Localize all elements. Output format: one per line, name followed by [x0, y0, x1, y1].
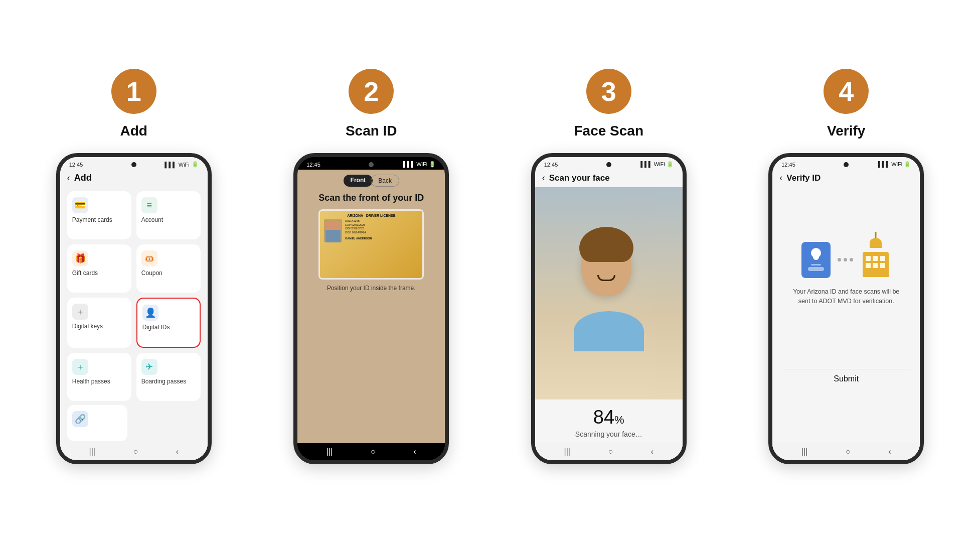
scan-frame: ARIZONA DRIVER LICENSE D02141248 EXP 02/… — [318, 209, 424, 280]
step-4-badge: 4 — [824, 69, 869, 114]
verify-building-icon — [860, 243, 891, 277]
add-item-link[interactable]: 🔗 — [67, 405, 127, 441]
id-state: ARIZONA DRIVER LICENSE — [324, 214, 418, 217]
back-arrow-4[interactable]: ‹ — [779, 173, 782, 183]
bottom-btn-home-1[interactable]: ○ — [133, 447, 138, 456]
account-label: Account — [141, 216, 163, 223]
face-photo-area — [535, 187, 683, 399]
window-4 — [866, 263, 871, 268]
status-time-1: 12:45 — [69, 162, 83, 168]
step-2-label: Scan ID — [346, 123, 397, 139]
window-5 — [873, 263, 878, 268]
id-svg — [808, 251, 824, 269]
payment-cards-label: Payment cards — [72, 216, 112, 223]
health-passes-icon: ＋ — [72, 359, 88, 375]
id-issue: ISS 02/01/2023 — [345, 227, 372, 231]
verify-icons-row — [801, 242, 891, 278]
screen-verify: 12:45 ▌▌▌ WiFi 🔋 ‹ Verify ID — [772, 157, 920, 460]
add-item-payment-cards[interactable]: 💳 Payment cards — [67, 191, 131, 239]
scan-hint: Position your ID inside the frame. — [327, 285, 416, 292]
step-1-label: Add — [120, 123, 147, 139]
building-body — [863, 252, 889, 277]
face-person — [535, 187, 683, 399]
bottom-btn-menu-2[interactable]: ||| — [326, 447, 333, 456]
coupon-icon: 🎟 — [141, 250, 157, 266]
bottom-bar-2: ||| ○ ‹ — [297, 443, 445, 460]
step-2-badge: 2 — [349, 69, 394, 114]
bottom-btn-menu-4[interactable]: ||| — [801, 447, 807, 456]
add-item-digital-keys[interactable]: ＋ Digital keys — [67, 298, 131, 348]
add-title: Add — [74, 173, 92, 183]
add-item-boarding-passes[interactable]: ✈ Boarding passes — [136, 353, 201, 401]
digital-keys-label: Digital keys — [72, 323, 103, 330]
phone-1: 12:45 ▌▌▌ WiFi 🔋 ‹ Add 💳 Payment cards — [56, 153, 212, 464]
add-item-coupon[interactable]: 🎟 Coupon — [136, 244, 201, 293]
status-icons-3: ▌▌▌ WiFi 🔋 — [640, 161, 673, 168]
bottom-btn-back-4[interactable]: ‹ — [888, 447, 891, 456]
digital-keys-icon: ＋ — [72, 304, 88, 320]
status-time-3: 12:45 — [544, 162, 558, 168]
status-time-4: 12:45 — [781, 162, 795, 168]
bottom-btn-back-1[interactable]: ‹ — [176, 447, 179, 456]
face-scan-title: Scan your face — [549, 173, 610, 183]
back-arrow-3[interactable]: ‹ — [542, 173, 545, 183]
step-4: 4 Verify 12:45 ▌▌▌ WiFi 🔋 ‹ Verify ID — [743, 69, 950, 464]
id-dob: DOB 02/14/1974 — [345, 231, 372, 235]
submit-button[interactable]: Submit — [782, 369, 910, 388]
add-item-digital-ids[interactable]: 👤 Digital IDs — [136, 298, 201, 348]
dot-2 — [844, 258, 847, 261]
id-info: D02141248 EXP 02/01/2026 ISS 02/01/2023 … — [345, 219, 372, 242]
status-icons-1: ▌▌▌ WiFi 🔋 — [165, 161, 198, 168]
scanning-text: Scanning your face… — [535, 430, 683, 443]
building-dome — [870, 238, 882, 248]
id-name: DANIEL ANDERSON — [345, 237, 372, 241]
bottom-btn-back-2[interactable]: ‹ — [413, 447, 416, 456]
signal-icon-2: ▌▌▌ WiFi 🔋 — [403, 161, 436, 168]
bottom-btn-home-4[interactable]: ○ — [846, 447, 851, 456]
bottom-bar-3: ||| ○ ‹ — [535, 443, 683, 460]
back-arrow-1[interactable]: ‹ — [67, 173, 70, 183]
main-container: 1 Add 12:45 ▌▌▌ WiFi 🔋 ‹ Add — [0, 49, 980, 484]
add-item-health-passes[interactable]: ＋ Health passes — [67, 353, 131, 401]
id-exp: EXP 02/01/2026 — [345, 223, 372, 227]
step-3-label: Face Scan — [574, 123, 643, 139]
toggle-front[interactable]: Front — [344, 175, 373, 187]
screen-face: 12:45 ▌▌▌ WiFi 🔋 ‹ Scan your face — [535, 157, 683, 460]
screen-add: 12:45 ▌▌▌ WiFi 🔋 ‹ Add 💳 Payment cards — [60, 157, 208, 460]
add-item-account[interactable]: ≡ Account — [136, 191, 201, 239]
verify-text: Your Arizona ID and face scans will be s… — [782, 287, 910, 306]
phone-3: 12:45 ▌▌▌ WiFi 🔋 ‹ Scan your face — [531, 153, 687, 464]
face-percent: 84% — [535, 399, 683, 430]
add-item-gift-cards[interactable]: 🎁 Gift cards — [67, 244, 131, 293]
battery-icon: 🔋 — [192, 161, 199, 168]
window-2 — [873, 256, 878, 261]
verify-content: Your Arizona ID and face scans will be s… — [772, 187, 920, 443]
bottom-btn-home-2[interactable]: ○ — [371, 447, 376, 456]
dot-1 — [838, 258, 841, 261]
bottom-btn-menu-3[interactable]: ||| — [564, 447, 570, 456]
bottom-btn-home-3[interactable]: ○ — [608, 447, 613, 456]
id-photo-person — [325, 221, 341, 242]
id-num: D02141248 — [345, 219, 372, 223]
bottom-btn-back-3[interactable]: ‹ — [651, 447, 654, 456]
step-3: 3 Face Scan 12:45 ▌▌▌ WiFi 🔋 ‹ Scan your… — [505, 69, 713, 464]
step-1: 1 Add 12:45 ▌▌▌ WiFi 🔋 ‹ Add — [30, 69, 238, 464]
window-3 — [880, 256, 885, 261]
screen-scan: 12:45 ▌▌▌ WiFi 🔋 Front Back Scan the fro… — [297, 157, 445, 460]
toggle-back[interactable]: Back — [371, 175, 399, 187]
gift-cards-label: Gift cards — [72, 270, 98, 277]
face-silhouette — [574, 236, 644, 351]
boarding-passes-icon: ✈ — [141, 359, 157, 375]
boarding-passes-label: Boarding passes — [141, 378, 186, 385]
bottom-btn-menu-1[interactable]: ||| — [89, 447, 95, 456]
add-header: ‹ Add — [60, 170, 208, 187]
status-icons-4: ▌▌▌ WiFi 🔋 — [878, 161, 911, 168]
bottom-bar-1: ||| ○ ‹ — [60, 443, 208, 460]
window-1 — [866, 256, 871, 261]
step-4-label: Verify — [827, 123, 865, 139]
link-icon: 🔗 — [72, 411, 88, 427]
scan-toggle: Front Back — [344, 175, 399, 187]
digital-ids-icon: 👤 — [142, 305, 158, 321]
window-6 — [880, 263, 885, 268]
signal-icon: ▌▌▌ — [165, 162, 176, 168]
